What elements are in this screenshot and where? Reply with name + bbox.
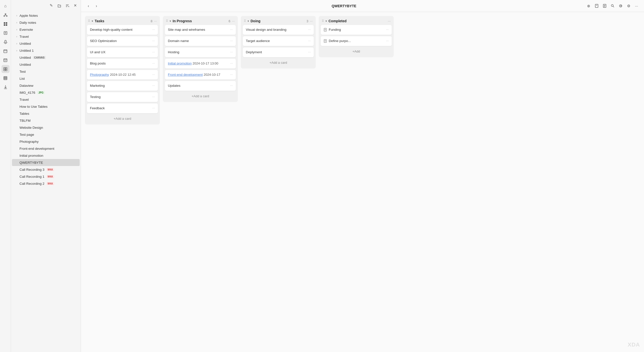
mic-icon[interactable] bbox=[2, 38, 10, 46]
connections-icon[interactable] bbox=[2, 11, 10, 19]
collapse-completed-button[interactable]: ▾ bbox=[326, 20, 327, 23]
sidebar-item-test-page[interactable]: › Test page bbox=[12, 131, 80, 138]
card-menu-icon[interactable]: ··· bbox=[308, 28, 311, 31]
drag-handle-icon[interactable]: ⠿ bbox=[88, 19, 90, 23]
add-card-inprogress-button[interactable]: +Add a card bbox=[165, 92, 236, 100]
sidebar-item-apple-notes[interactable]: › Apple Notes bbox=[12, 12, 80, 19]
card-menu-icon[interactable]: ··· bbox=[308, 39, 311, 43]
sidebar-item-qwertybyte[interactable]: › QWERTYBYTE bbox=[12, 159, 80, 166]
settings-button[interactable]: ⚙ bbox=[625, 3, 632, 10]
card-updates[interactable]: Updates ··· bbox=[165, 81, 236, 91]
card-menu-icon[interactable]: ··· bbox=[152, 39, 155, 43]
tasks-column-menu[interactable]: ··· bbox=[154, 19, 157, 23]
sidebar-item-tables[interactable]: › Tables bbox=[12, 110, 80, 117]
card-menu-icon[interactable]: ··· bbox=[230, 73, 233, 76]
card-funding[interactable]: Funding ··· bbox=[321, 25, 392, 35]
sidebar-item-frontend-dev[interactable]: › Front-end development bbox=[12, 145, 80, 152]
sidebar-item-untitled-canvas[interactable]: › Untitled CANVAS bbox=[12, 54, 80, 61]
card-menu-icon[interactable]: ··· bbox=[230, 61, 233, 65]
drag-handle-icon[interactable]: ⠿ bbox=[244, 19, 246, 23]
card-menu-icon[interactable]: ··· bbox=[230, 39, 233, 43]
card-menu-icon[interactable]: ··· bbox=[152, 73, 155, 76]
card-seo[interactable]: SEO Optimization ··· bbox=[87, 36, 158, 46]
sidebar-item-test[interactable]: › Test bbox=[12, 68, 80, 75]
in-progress-column-menu[interactable]: ··· bbox=[232, 19, 235, 23]
sort-button[interactable] bbox=[64, 2, 71, 9]
card-visual-design[interactable]: Visual design and branding ··· bbox=[243, 25, 314, 35]
card-menu-icon[interactable]: ··· bbox=[152, 84, 155, 87]
card-menu-icon[interactable]: ··· bbox=[230, 28, 233, 31]
sidebar-item-img4176[interactable]: ◀ › IMG_4176 JPG bbox=[12, 89, 80, 96]
card-menu-icon[interactable]: ··· bbox=[230, 50, 233, 54]
add-button[interactable]: ⊕ bbox=[585, 3, 592, 10]
close-sidebar-button[interactable]: ✕ bbox=[72, 2, 79, 9]
date-icon[interactable]: 17 bbox=[2, 56, 10, 64]
card-domain[interactable]: Domain name ··· bbox=[165, 36, 236, 46]
card-feedback[interactable]: Feedback ··· bbox=[87, 104, 158, 113]
card-target-audience[interactable]: Target audience ··· bbox=[243, 36, 314, 46]
sidebar-item-dataview[interactable]: › Dataview bbox=[12, 82, 80, 89]
collapse-inprogress-button[interactable]: ▾ bbox=[170, 20, 171, 23]
initial-promotion-link[interactable]: Initial promotion bbox=[168, 62, 192, 65]
download-icon[interactable] bbox=[2, 83, 10, 91]
open-file-button[interactable] bbox=[56, 2, 63, 9]
card-sitemap[interactable]: Site map and wireframes ··· bbox=[165, 25, 236, 35]
card-blog-posts[interactable]: Blog posts ··· bbox=[87, 59, 158, 69]
completed-column-menu[interactable]: ··· bbox=[388, 19, 391, 23]
drag-handle-icon[interactable]: ⠿ bbox=[322, 19, 324, 23]
sidebar-item-untitled-folder[interactable]: › Untitled bbox=[12, 40, 80, 47]
card-define-purpose[interactable]: Define purpo... ··· bbox=[321, 36, 392, 46]
sidebar-item-untitled-file[interactable]: › Untitled bbox=[12, 61, 80, 68]
photography-link[interactable]: Photography bbox=[90, 73, 109, 77]
sidebar-item-travel-folder[interactable]: › Travel bbox=[12, 33, 80, 40]
card-menu-icon[interactable]: ··· bbox=[386, 28, 389, 31]
sync-button[interactable] bbox=[617, 3, 624, 10]
drag-handle-icon[interactable]: ⠿ bbox=[166, 19, 168, 23]
card-menu-icon[interactable]: ··· bbox=[230, 84, 233, 87]
card-photography[interactable]: Photography 2024-10-22 12:45 ··· bbox=[87, 70, 158, 80]
plugin-icon[interactable] bbox=[2, 65, 10, 73]
calendar-icon[interactable] bbox=[2, 47, 10, 55]
doing-column-menu[interactable]: ··· bbox=[310, 19, 313, 23]
add-card-doing-button[interactable]: +Add a card bbox=[243, 59, 314, 67]
table-icon[interactable] bbox=[2, 74, 10, 82]
card-menu-icon[interactable]: ··· bbox=[152, 50, 155, 54]
sidebar-item-call-recording-3[interactable]: › Call Recording 3 M4A bbox=[12, 166, 80, 173]
card-menu-icon[interactable]: ··· bbox=[308, 50, 311, 54]
sidebar-item-call-recording-2[interactable]: › Call Recording 2 M4A bbox=[12, 180, 80, 187]
sidebar-item-photography[interactable]: › Photography bbox=[12, 138, 80, 145]
card-menu-icon[interactable]: ··· bbox=[152, 61, 155, 65]
add-card-completed-button[interactable]: +Add bbox=[321, 48, 392, 55]
card-develop-content[interactable]: Develop high-quality content ··· bbox=[87, 25, 158, 35]
sidebar-item-initial-promotion[interactable]: › Initial promotion bbox=[12, 152, 80, 159]
sidebar-item-list[interactable]: › List bbox=[12, 75, 80, 82]
home-icon[interactable]: ⌂ bbox=[2, 2, 10, 10]
sidebar-item-travel-file[interactable]: › Travel bbox=[12, 96, 80, 103]
card-testing[interactable]: Testing ··· bbox=[87, 92, 158, 102]
bookmark-button[interactable] bbox=[593, 3, 600, 10]
sidebar-item-how-to-use-tables[interactable]: › How to Use Tables bbox=[12, 103, 80, 110]
pages-icon[interactable] bbox=[2, 29, 10, 37]
frontend-dev-link[interactable]: Front-end development bbox=[168, 73, 203, 77]
dashboard-icon[interactable] bbox=[2, 20, 10, 28]
sidebar-item-daily-notes[interactable]: › Daily notes bbox=[12, 19, 80, 26]
more-options-button[interactable]: ··· bbox=[633, 3, 640, 10]
sidebar-item-website-design[interactable]: › Website Design bbox=[12, 124, 80, 131]
note-button[interactable] bbox=[601, 3, 608, 10]
new-note-button[interactable]: ✎ bbox=[48, 2, 55, 9]
add-card-tasks-button[interactable]: +Add a card bbox=[87, 115, 158, 123]
search-button[interactable] bbox=[609, 3, 616, 10]
card-menu-icon[interactable]: ··· bbox=[152, 95, 155, 99]
sidebar-item-tblfm[interactable]: › TBLFM bbox=[12, 117, 80, 124]
card-menu-icon[interactable]: ··· bbox=[152, 106, 155, 110]
card-menu-icon[interactable]: ··· bbox=[386, 39, 389, 43]
forward-button[interactable]: › bbox=[93, 3, 100, 10]
card-marketing[interactable]: Marketing ··· bbox=[87, 81, 158, 91]
card-ui-ux[interactable]: UI and UX ··· bbox=[87, 48, 158, 57]
card-initial-promotion[interactable]: Initial promotion 2024-10-17 13:00 ··· bbox=[165, 59, 236, 69]
collapse-doing-button[interactable]: ▾ bbox=[248, 20, 249, 23]
sidebar-item-untitled1-folder[interactable]: › Untitled 1 bbox=[12, 47, 80, 54]
collapse-tasks-button[interactable]: ▾ bbox=[92, 20, 93, 23]
sidebar-item-evernote[interactable]: › Evernote bbox=[12, 26, 80, 33]
card-menu-icon[interactable]: ··· bbox=[152, 28, 155, 31]
